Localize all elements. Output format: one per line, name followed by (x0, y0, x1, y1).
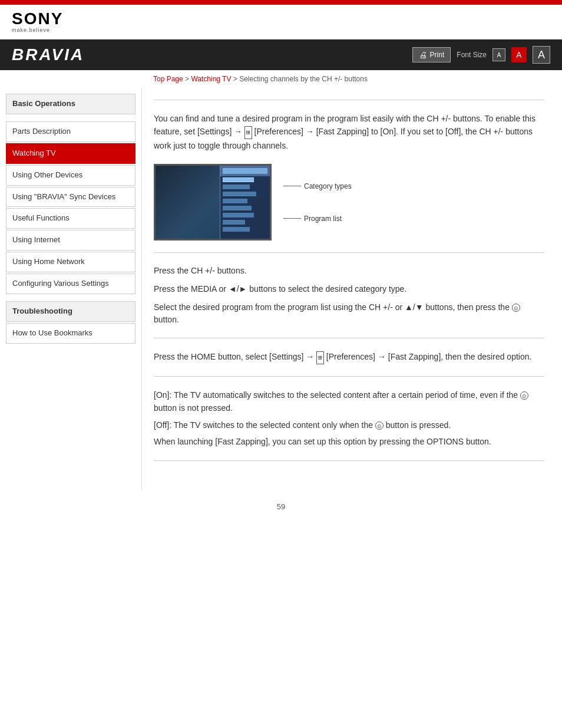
print-button[interactable]: 🖨 Print (412, 47, 451, 62)
sidebar-item-using-bravia-sync[interactable]: Using "BRAVIA" Sync Devices (6, 187, 135, 207)
option-off: [Off]: The TV switches to the selected c… (154, 419, 544, 431)
sidebar-item-configuring-settings[interactable]: Configuring Various Settings (6, 274, 135, 294)
program-row-4 (223, 199, 267, 205)
circle-button-icon-2: ⊙ (520, 391, 528, 400)
circle-button-icon: ⊙ (512, 304, 520, 312)
option-launching: When launching [Fast Zapping], you can s… (154, 435, 544, 448)
options-section: [On]: The TV automatically switches to t… (154, 388, 544, 449)
sidebar-item-using-other-devices[interactable]: Using Other Devices (6, 165, 135, 186)
sidebar-divider-2 (6, 295, 135, 301)
print-label: Print (430, 51, 445, 59)
sony-tagline: make.believe (12, 27, 50, 33)
top-accent-bar (0, 0, 562, 5)
category-types-label: Category types (283, 182, 352, 190)
breadcrumb-watching-tv[interactable]: Watching TV (191, 75, 231, 83)
sidebar-item-useful-functions[interactable]: Useful Functions (6, 208, 135, 229)
step-3-text: Select the desired program from the prog… (154, 301, 544, 326)
program-list-label: Program list (283, 215, 352, 223)
header-controls: 🖨 Print Font Size A A A (412, 46, 550, 64)
breadcrumb-sep1: > (185, 75, 191, 83)
sidebar-item-using-internet[interactable]: Using Internet (6, 230, 135, 251)
sidebar-item-troubleshooting[interactable]: Troubleshooting (6, 301, 135, 322)
header: SONY make.believe (0, 5, 562, 39)
program-row-3 (223, 192, 267, 197)
program-row-2 (223, 185, 267, 190)
diagram-labels: Category types Program list (283, 164, 352, 241)
program-list-header (220, 166, 270, 176)
divider-3 (154, 338, 544, 338)
program-row-7 (223, 220, 267, 226)
step-1-text: Press the CH +/- buttons. (154, 265, 247, 277)
sidebar-item-basic-operations[interactable]: Basic Operations (6, 94, 135, 114)
settings-icon: ⊞ (244, 126, 252, 139)
program-row-6 (223, 213, 267, 219)
program-row-5 (223, 206, 267, 212)
step-3: Select the desired program from the prog… (154, 301, 544, 326)
program-list-panel (220, 166, 270, 239)
circle-button-icon-3: ⊙ (375, 421, 384, 430)
bravia-title: BRAVIA (12, 45, 84, 64)
bravia-header-bar: BRAVIA 🖨 Print Font Size A A A (0, 39, 562, 70)
sidebar: Basic Operations Parts Description Watch… (0, 88, 141, 490)
breadcrumb-sep2: > (233, 75, 239, 83)
sidebar-item-watching-tv[interactable]: Watching TV (6, 143, 135, 164)
label-line-2 (283, 218, 301, 219)
font-size-label: Font Size (457, 51, 487, 59)
note-text: Press the HOME button, select [Settings]… (154, 350, 544, 364)
font-size-large-button[interactable]: A (533, 46, 550, 64)
step-1: Press the CH +/- buttons. (154, 265, 544, 277)
divider-5 (154, 460, 544, 461)
program-row-8 (223, 227, 267, 233)
divider-1 (154, 100, 544, 100)
breadcrumb-top-page[interactable]: Top Page (153, 75, 183, 83)
sony-wordmark: SONY (12, 11, 63, 27)
intro-paragraph: You can find and tune a desired program … (154, 112, 544, 152)
label-line-1 (283, 186, 301, 186)
breadcrumb: Top Page > Watching TV > Selecting chann… (0, 70, 562, 88)
sony-logo: SONY make.believe (12, 11, 63, 33)
step-2: Press the MEDIA or ◄/► buttons to select… (154, 283, 544, 295)
main-content: You can find and tune a desired program … (141, 88, 562, 490)
sidebar-item-parts-description[interactable]: Parts Description (6, 121, 135, 142)
divider-2 (154, 252, 544, 253)
print-icon: 🖨 (419, 50, 427, 60)
settings-icon-2: ⊞ (316, 351, 324, 364)
font-size-medium-button[interactable]: A (511, 47, 527, 62)
note-section: Press the HOME button, select [Settings]… (154, 350, 544, 364)
steps-section: Press the CH +/- buttons. Press the MEDI… (154, 265, 544, 326)
font-size-small-button[interactable]: A (492, 48, 505, 61)
program-row-1 (223, 177, 267, 183)
sidebar-item-using-home-network[interactable]: Using Home Network (6, 252, 135, 272)
breadcrumb-current: Selecting channels by the CH +/- buttons (239, 75, 368, 83)
tv-diagram: Category types Program list (154, 164, 544, 241)
sidebar-divider-1 (6, 116, 135, 121)
option-on: [On]: The TV automatically switches to t… (154, 388, 544, 415)
main-layout: Basic Operations Parts Description Watch… (0, 88, 562, 490)
page-number: 59 (0, 490, 562, 523)
sidebar-item-how-to-use-bookmarks[interactable]: How to Use Bookmarks (6, 323, 135, 344)
divider-4 (154, 376, 544, 377)
tv-screen-image (154, 164, 272, 241)
step-2-text: Press the MEDIA or ◄/► buttons to select… (154, 283, 406, 295)
